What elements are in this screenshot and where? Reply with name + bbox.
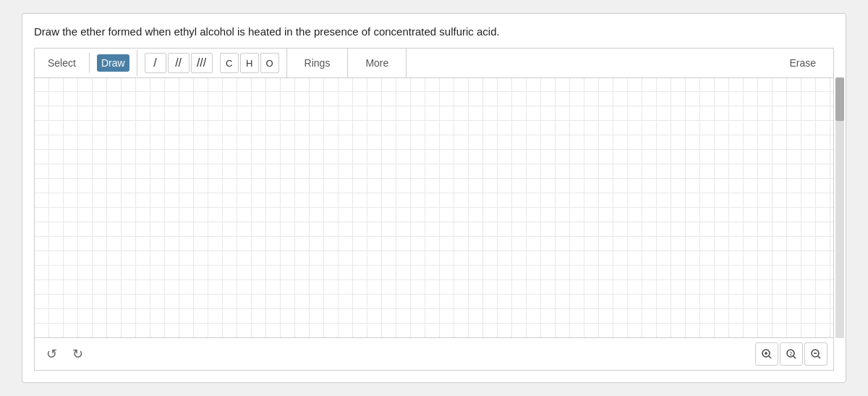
redo-button[interactable]: ↻ xyxy=(67,343,88,365)
draw-section: Draw xyxy=(90,50,137,76)
svg-text:2: 2 xyxy=(790,351,793,356)
bond-buttons: / // /// xyxy=(145,53,213,73)
undo-redo-group: ↺ ↻ xyxy=(41,343,88,365)
redo-icon: ↻ xyxy=(72,346,83,362)
rings-button[interactable]: Rings xyxy=(294,53,341,73)
undo-button[interactable]: ↺ xyxy=(41,343,62,365)
svg-line-3 xyxy=(769,356,771,358)
draw-canvas[interactable] xyxy=(34,77,834,338)
double-bond-button[interactable]: // xyxy=(168,53,190,73)
toolbar: Select Draw / // /// C xyxy=(34,48,834,77)
more-section: More xyxy=(348,49,407,77)
erase-button[interactable]: Erase xyxy=(779,53,826,73)
bond-atom-section: / // /// C H O xyxy=(137,49,287,77)
zoom-in-button[interactable] xyxy=(755,342,778,366)
zoom-controls: 2 xyxy=(755,342,827,366)
more-button[interactable]: More xyxy=(355,53,399,73)
undo-icon: ↺ xyxy=(46,346,57,362)
select-section: Select xyxy=(35,53,90,73)
zoom-reset-icon: 2 xyxy=(786,348,797,360)
single-bond-button[interactable]: / xyxy=(145,53,166,73)
svg-line-6 xyxy=(793,356,796,358)
bottom-bar: ↺ ↻ 2 xyxy=(34,338,834,371)
erase-section: Erase xyxy=(772,49,833,77)
zoom-out-button[interactable] xyxy=(804,342,827,366)
atom-buttons: C H O xyxy=(220,53,279,73)
canvas-wrapper xyxy=(34,77,834,338)
svg-line-9 xyxy=(818,356,820,358)
zoom-reset-button[interactable]: 2 xyxy=(780,342,803,366)
question-text: Draw the ether formed when ethyl alcohol… xyxy=(34,25,834,38)
scrollbar[interactable] xyxy=(835,77,844,338)
scrollbar-thumb-inner xyxy=(835,77,844,121)
carbon-button[interactable]: C xyxy=(220,53,239,73)
zoom-in-icon xyxy=(761,348,773,360)
zoom-out-icon xyxy=(810,348,822,360)
draw-button[interactable]: Draw xyxy=(97,54,129,72)
select-label: Select xyxy=(42,57,82,69)
hydrogen-button[interactable]: H xyxy=(240,53,259,73)
main-container: Draw the ether formed when ethyl alcohol… xyxy=(22,13,846,383)
rings-section: Rings xyxy=(287,49,349,77)
oxygen-button[interactable]: O xyxy=(260,53,279,73)
triple-bond-button[interactable]: /// xyxy=(191,53,213,73)
